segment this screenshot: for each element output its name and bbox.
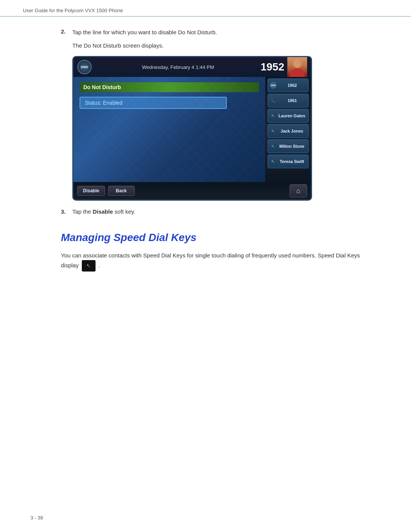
dnd-label: DND bbox=[81, 65, 88, 69]
step-3-number: 3. bbox=[61, 208, 72, 215]
speed-dial-teresa-label: Teresa Swift bbox=[277, 159, 306, 164]
phone-line-icon: 📞 bbox=[270, 97, 277, 104]
step-2-number: 2. bbox=[61, 28, 72, 35]
dnd-screen-title: Do Not Disturb bbox=[80, 82, 259, 92]
avatar-body bbox=[290, 69, 304, 77]
step-3-text-before: Tap the bbox=[72, 208, 92, 215]
phone-body: Do Not Disturb Status: Enabled DND 1952 bbox=[73, 77, 311, 182]
speed-dial-jack[interactable]: ↗ Jack Jones bbox=[268, 124, 309, 138]
speed-dial-lauren[interactable]: ↗ Lauren Gates bbox=[268, 109, 309, 123]
avatar bbox=[287, 57, 307, 77]
back-softkey[interactable]: Back bbox=[108, 186, 135, 196]
handset-speed-icon: ↗ bbox=[86, 262, 91, 270]
status-bar: Status: Enabled bbox=[80, 97, 227, 109]
speed-dial-inline-icon: ↗ bbox=[82, 260, 96, 272]
phone-main-panel: Do Not Disturb Status: Enabled bbox=[73, 77, 265, 182]
avatar-head bbox=[293, 59, 301, 68]
avatar-image bbox=[287, 57, 307, 77]
phone-footer: Disable Back ⌂ bbox=[73, 182, 311, 200]
page-number: 3 - 38 bbox=[30, 515, 43, 521]
phone-screen-wrapper: DND Wednesday, February 4 1:44 PM 1952 D… bbox=[72, 56, 312, 201]
disable-softkey[interactable]: Disable bbox=[77, 186, 105, 196]
line-buttons-panel: DND 1952 📞 1951 bbox=[265, 77, 311, 182]
speed-dial-icon-teresa: ↗ bbox=[270, 159, 276, 164]
step-2: 2. Tap the line for which you want to di… bbox=[61, 28, 373, 37]
dnd-line-icon: DND bbox=[270, 82, 277, 89]
section-body-end: . bbox=[99, 262, 100, 268]
section-body: You can associate contacts with Speed Di… bbox=[61, 251, 373, 272]
section-body-text: You can associate contacts with Speed Di… bbox=[61, 252, 360, 268]
phone-header-bar: DND Wednesday, February 4 1:44 PM 1952 bbox=[73, 57, 311, 77]
line-1951-label: 1951 bbox=[278, 98, 306, 103]
speed-dial-teresa[interactable]: ↗ Teresa Swift bbox=[268, 155, 309, 168]
phone-datetime: Wednesday, February 4 1:44 PM bbox=[96, 64, 261, 70]
main-content: 2. Tap the line for which you want to di… bbox=[0, 21, 411, 287]
page-header: User Guide for the Polycom VVX 1500 Phon… bbox=[0, 0, 411, 17]
speed-dial-milton-label: Milton Stone bbox=[277, 144, 306, 149]
header-text: User Guide for the Polycom VVX 1500 Phon… bbox=[23, 8, 123, 13]
speed-dial-milton[interactable]: ↗ Milton Stone bbox=[268, 139, 309, 153]
speed-dial-lauren-label: Lauren Gates bbox=[277, 113, 306, 118]
dnd-icon: DND bbox=[77, 60, 92, 74]
phone-extension: 1952 bbox=[261, 61, 284, 73]
speed-dial-icon-milton: ↗ bbox=[270, 144, 276, 149]
step-3-text: Tap the Disable soft key. bbox=[72, 208, 135, 216]
speed-dial-jack-label: Jack Jones bbox=[277, 129, 306, 133]
section-heading: Managing Speed Dial Keys bbox=[61, 232, 373, 244]
speed-dial-icon-lauren: ↗ bbox=[270, 113, 276, 118]
step-3-text-after: soft key. bbox=[113, 208, 135, 215]
line-1952-label: 1952 bbox=[278, 83, 306, 88]
step-2-text: Tap the line for which you want to disab… bbox=[72, 28, 217, 37]
speed-dial-icon-jack: ↗ bbox=[270, 128, 276, 134]
step-3-bold: Disable bbox=[92, 208, 113, 215]
home-button[interactable]: ⌂ bbox=[290, 184, 307, 197]
step-2-subtext: The Do Not Disturb screen displays. bbox=[72, 42, 373, 50]
phone-screen: DND Wednesday, February 4 1:44 PM 1952 D… bbox=[72, 56, 312, 201]
line-button-1952[interactable]: DND 1952 bbox=[268, 78, 309, 92]
line-button-1951[interactable]: 📞 1951 bbox=[268, 94, 309, 107]
step-3: 3. Tap the Disable soft key. bbox=[61, 208, 373, 216]
